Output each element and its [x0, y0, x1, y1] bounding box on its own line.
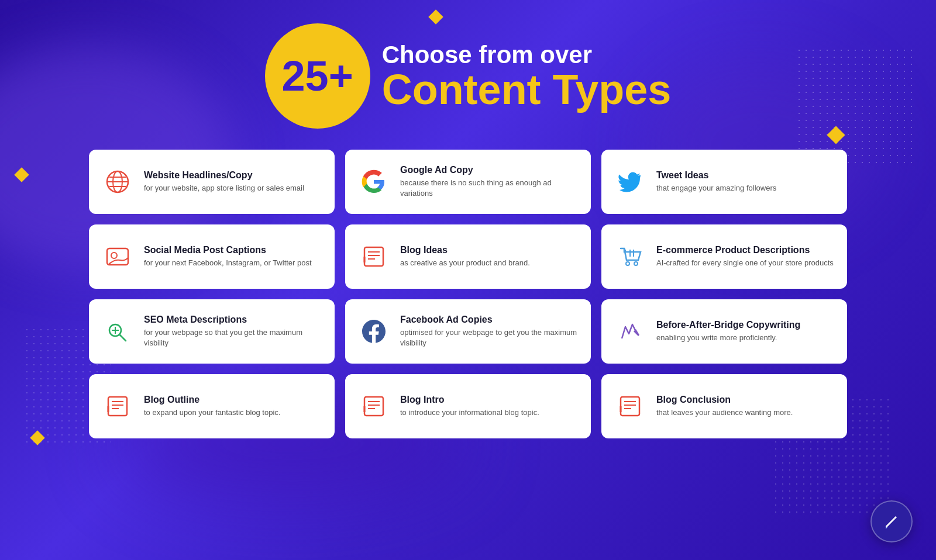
card-text-social-media: Social Media Post Captions for your next… — [144, 245, 312, 268]
card-icon-twitter — [613, 165, 647, 199]
card-blog-outline[interactable]: Blog Outline to expand upon your fantast… — [89, 374, 335, 438]
number-badge: 25+ — [265, 23, 370, 129]
svg-rect-25 — [364, 397, 383, 416]
card-title-blog-intro: Blog Intro — [400, 395, 539, 405]
card-desc-blog-outline: to expand upon your fantastic blog topic… — [144, 407, 280, 418]
card-desc-before-after: enabling you write more proficiently. — [656, 333, 800, 343]
card-social-media[interactable]: Social Media Post Captions for your next… — [89, 224, 335, 289]
svg-point-13 — [634, 262, 638, 265]
card-website-headlines[interactable]: Website Headlines/Copy for your website,… — [89, 150, 335, 214]
card-desc-blog-ideas: as creative as your product and brand. — [400, 258, 530, 268]
svg-point-12 — [626, 262, 629, 265]
svg-line-17 — [119, 334, 126, 341]
card-title-blog-ideas: Blog Ideas — [400, 245, 530, 255]
card-text-blog-conclusion: Blog Conclusion that leaves your audienc… — [656, 395, 793, 418]
page-header: 25+ Choose from over Content Types — [265, 23, 672, 129]
card-desc-google-ad: because there is no such thing as enough… — [400, 178, 579, 199]
card-blog-conclusion[interactable]: Blog Conclusion that leaves your audienc… — [601, 374, 847, 438]
card-text-website-headlines: Website Headlines/Copy for your website,… — [144, 170, 304, 193]
card-icon-globe — [101, 165, 135, 199]
card-before-after[interactable]: Before-After-Bridge Copywriting enabling… — [601, 299, 847, 364]
card-icon-bridge — [613, 314, 647, 348]
card-desc-seo-meta: for your webpage so that you get the max… — [144, 327, 323, 348]
card-google-ad[interactable]: Google Ad Copy because there is no such … — [345, 150, 591, 214]
card-desc-website-headlines: for your website, app store listing or s… — [144, 183, 304, 193]
card-text-blog-ideas: Blog Ideas as creative as your product a… — [400, 245, 530, 268]
card-title-seo-meta: SEO Meta Descriptions — [144, 314, 323, 325]
pen-icon — [882, 512, 901, 531]
card-icon-social — [101, 240, 135, 274]
svg-point-6 — [111, 253, 117, 258]
card-title-blog-outline: Blog Outline — [144, 395, 280, 405]
card-text-blog-outline: Blog Outline to expand upon your fantast… — [144, 395, 280, 418]
card-desc-tweet-ideas: that engage your amazing followers — [656, 183, 776, 193]
pen-button[interactable] — [870, 500, 913, 542]
card-blog-intro[interactable]: Blog Intro to introduce your information… — [345, 374, 591, 438]
card-icon-blog — [357, 240, 391, 274]
card-icon-google — [357, 165, 391, 199]
card-icon-seo — [101, 314, 135, 348]
page-content: 25+ Choose from over Content Types Websi… — [0, 0, 936, 560]
card-icon-outline — [101, 389, 135, 423]
header-title-block: Choose from over Content Types — [382, 42, 672, 110]
svg-rect-30 — [621, 397, 639, 416]
card-seo-meta[interactable]: SEO Meta Descriptions for your webpage s… — [89, 299, 335, 364]
card-title-social-media: Social Media Post Captions — [144, 245, 312, 255]
card-title-blog-conclusion: Blog Conclusion — [656, 395, 793, 405]
card-title-google-ad: Google Ad Copy — [400, 165, 579, 175]
card-text-google-ad: Google Ad Copy because there is no such … — [400, 165, 579, 199]
card-title-before-after: Before-After-Bridge Copywriting — [656, 320, 800, 330]
card-title-ecommerce: E-commerce Product Descriptions — [656, 245, 834, 255]
card-blog-ideas[interactable]: Blog Ideas as creative as your product a… — [345, 224, 591, 289]
card-icon-intro — [357, 389, 391, 423]
card-tweet-ideas[interactable]: Tweet Ideas that engage your amazing fol… — [601, 150, 847, 214]
card-text-before-after: Before-After-Bridge Copywriting enabling… — [656, 320, 800, 343]
card-facebook-ad[interactable]: Facebook Ad Copies optimised for your we… — [345, 299, 591, 364]
cards-grid: Website Headlines/Copy for your website,… — [89, 150, 847, 438]
card-text-tweet-ideas: Tweet Ideas that engage your amazing fol… — [656, 170, 776, 193]
card-icon-facebook — [357, 314, 391, 348]
content-types-text: Content Types — [382, 68, 672, 110]
card-desc-ecommerce: AI-crafted for every single one of your … — [656, 258, 834, 268]
card-desc-blog-intro: to introduce your informational blog top… — [400, 407, 539, 418]
card-title-facebook-ad: Facebook Ad Copies — [400, 314, 579, 325]
card-text-facebook-ad: Facebook Ad Copies optimised for your we… — [400, 314, 579, 348]
card-desc-social-media: for your next Facebook, Instagram, or Tw… — [144, 258, 312, 268]
card-desc-facebook-ad: optimised for your webpage to get you th… — [400, 327, 579, 348]
card-text-blog-intro: Blog Intro to introduce your information… — [400, 395, 539, 418]
card-title-website-headlines: Website Headlines/Copy — [144, 170, 304, 181]
card-text-ecommerce: E-commerce Product Descriptions AI-craft… — [656, 245, 834, 268]
card-icon-ecomm — [613, 240, 647, 274]
svg-rect-7 — [364, 247, 383, 266]
choose-text: Choose from over — [382, 42, 672, 68]
card-icon-conclusion — [613, 389, 647, 423]
card-desc-blog-conclusion: that leaves your audience wanting more. — [656, 407, 793, 418]
card-title-tweet-ideas: Tweet Ideas — [656, 170, 776, 181]
svg-rect-20 — [108, 397, 127, 416]
card-ecommerce[interactable]: E-commerce Product Descriptions AI-craft… — [601, 224, 847, 289]
number-text: 25+ — [282, 55, 353, 97]
card-text-seo-meta: SEO Meta Descriptions for your webpage s… — [144, 314, 323, 348]
